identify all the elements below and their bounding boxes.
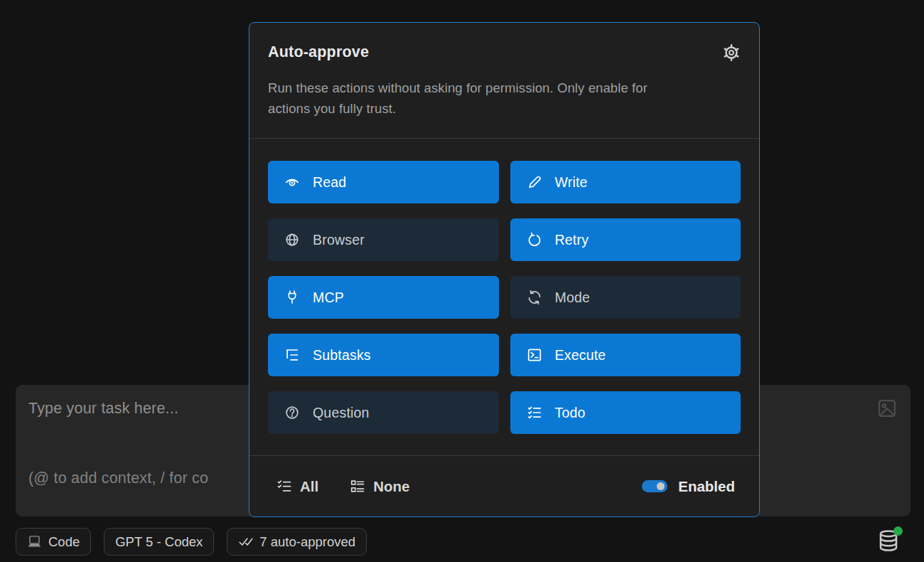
auto-approve-description: Run these actions without asking for per… — [268, 78, 679, 119]
plug-icon — [284, 290, 300, 305]
mode-label: Code — [48, 534, 80, 550]
toggle-knob — [657, 482, 665, 490]
action-label: Write — [555, 174, 588, 191]
status-dot — [893, 526, 903, 536]
double-check-icon — [238, 534, 253, 549]
auto-approve-grid: Read Write Browser Retry MCP Mode Subtas… — [268, 161, 741, 434]
auto-approve-footer: All None Enabled — [249, 455, 759, 516]
model-selector-button[interactable]: GPT 5 - Codex — [104, 528, 214, 556]
auto-approve-title: Auto-approve — [268, 43, 369, 61]
action-label: Read — [313, 174, 346, 191]
globe-icon — [284, 232, 300, 248]
sync-icon — [527, 290, 542, 305]
select-all-button[interactable]: All — [276, 478, 318, 495]
image-icon — [877, 398, 897, 418]
question-icon — [284, 405, 300, 420]
list-none-icon — [350, 479, 365, 494]
pencil-icon — [527, 174, 542, 190]
model-label: GPT 5 - Codex — [115, 534, 203, 550]
attach-image-button[interactable] — [877, 398, 897, 418]
status-bar: Code GPT 5 - Codex 7 auto-approved — [16, 528, 367, 556]
action-button-retry[interactable]: Retry — [510, 218, 741, 261]
action-button-subtasks[interactable]: Subtasks — [268, 334, 499, 376]
context-hint: (@ to add context, / for co — [28, 470, 208, 487]
action-button-read[interactable]: Read — [268, 161, 499, 203]
history-database-button[interactable] — [876, 529, 901, 554]
auto-approve-header: Auto-approve Run these actions without a… — [249, 23, 759, 138]
checklist-all-icon — [276, 479, 292, 494]
action-button-write[interactable]: Write — [510, 161, 741, 203]
retry-icon — [527, 232, 542, 248]
auto-approve-modal: Auto-approve Run these actions without a… — [249, 22, 760, 517]
enabled-label: Enabled — [678, 478, 735, 495]
action-label: Execute — [555, 347, 606, 364]
action-button-question[interactable]: Question — [268, 391, 499, 434]
auto-approved-summary-button[interactable]: 7 auto-approved — [227, 528, 367, 556]
list-tree-icon — [284, 347, 300, 363]
action-button-execute[interactable]: Execute — [510, 334, 741, 376]
action-button-browser[interactable]: Browser — [268, 218, 499, 261]
action-label: Todo — [555, 405, 586, 421]
terminal-icon — [527, 347, 542, 363]
action-label: Subtasks — [313, 347, 371, 364]
select-none-button[interactable]: None — [350, 478, 409, 495]
action-label: Browser — [313, 232, 365, 248]
action-button-mode[interactable]: Mode — [510, 276, 741, 319]
select-all-label: All — [300, 478, 318, 495]
gear-icon — [722, 43, 741, 62]
checklist-icon — [527, 405, 542, 420]
action-label: Mode — [555, 290, 591, 306]
action-label: Retry — [555, 232, 589, 248]
action-label: MCP — [313, 290, 344, 306]
task-input-placeholder: Type your task here... — [28, 400, 178, 418]
action-button-todo[interactable]: Todo — [510, 391, 741, 434]
eye-icon — [284, 174, 300, 190]
auto-approved-label: 7 auto-approved — [259, 534, 355, 550]
action-label: Question — [313, 405, 370, 421]
enabled-toggle[interactable] — [642, 480, 667, 492]
mode-selector-button[interactable]: Code — [16, 528, 91, 556]
select-none-label: None — [373, 478, 409, 495]
settings-button[interactable] — [722, 43, 741, 62]
action-button-mcp[interactable]: MCP — [268, 276, 499, 319]
laptop-icon — [27, 534, 42, 549]
